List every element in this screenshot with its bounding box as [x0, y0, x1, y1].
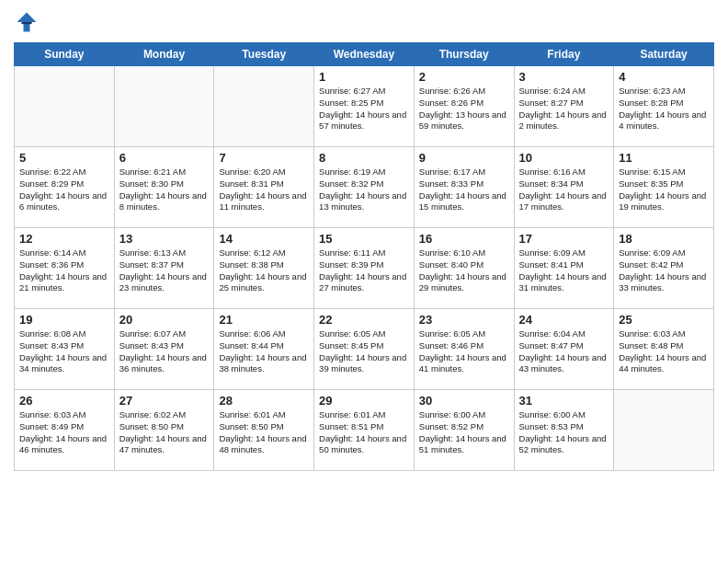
day-number: 31	[519, 394, 609, 408]
day-number: 25	[619, 313, 709, 327]
day-cell: 5Sunrise: 6:22 AM Sunset: 8:29 PM Daylig…	[15, 147, 115, 228]
day-info: Sunrise: 6:03 AM Sunset: 8:49 PM Dayligh…	[19, 409, 109, 456]
day-cell	[614, 390, 714, 471]
day-info: Sunrise: 6:01 AM Sunset: 8:50 PM Dayligh…	[219, 409, 309, 456]
day-info: Sunrise: 6:03 AM Sunset: 8:48 PM Dayligh…	[619, 328, 709, 375]
day-cell: 18Sunrise: 6:09 AM Sunset: 8:42 PM Dayli…	[614, 228, 714, 309]
day-info: Sunrise: 6:26 AM Sunset: 8:26 PM Dayligh…	[419, 86, 509, 132]
day-cell: 11Sunrise: 6:15 AM Sunset: 8:35 PM Dayli…	[614, 147, 714, 228]
header-row: SundayMondayTuesdayWednesdayThursdayFrid…	[15, 43, 714, 66]
day-cell	[114, 66, 214, 147]
day-info: Sunrise: 6:07 AM Sunset: 8:43 PM Dayligh…	[119, 328, 210, 375]
day-cell: 16Sunrise: 6:10 AM Sunset: 8:40 PM Dayli…	[414, 228, 514, 309]
col-header-wednesday: Wednesday	[314, 43, 415, 66]
day-cell: 29Sunrise: 6:01 AM Sunset: 8:51 PM Dayli…	[314, 390, 415, 471]
day-cell: 2Sunrise: 6:26 AM Sunset: 8:26 PM Daylig…	[414, 66, 514, 147]
logo-icon	[14, 9, 40, 35]
day-info: Sunrise: 6:22 AM Sunset: 8:29 PM Dayligh…	[19, 167, 109, 213]
day-cell: 17Sunrise: 6:09 AM Sunset: 8:41 PM Dayli…	[514, 228, 614, 309]
week-row-5: 26Sunrise: 6:03 AM Sunset: 8:49 PM Dayli…	[15, 390, 714, 471]
day-number: 14	[219, 232, 309, 246]
day-number: 7	[219, 151, 309, 165]
day-info: Sunrise: 6:05 AM Sunset: 8:45 PM Dayligh…	[319, 328, 409, 375]
week-row-1: 1Sunrise: 6:27 AM Sunset: 8:25 PM Daylig…	[15, 66, 714, 147]
day-info: Sunrise: 6:13 AM Sunset: 8:37 PM Dayligh…	[119, 247, 210, 294]
day-cell: 21Sunrise: 6:06 AM Sunset: 8:44 PM Dayli…	[214, 309, 314, 390]
day-cell: 3Sunrise: 6:24 AM Sunset: 8:27 PM Daylig…	[514, 66, 614, 147]
col-header-monday: Monday	[114, 43, 214, 66]
day-info: Sunrise: 6:23 AM Sunset: 8:28 PM Dayligh…	[619, 86, 709, 132]
day-number: 10	[519, 151, 609, 165]
day-number: 16	[419, 232, 509, 246]
day-info: Sunrise: 6:09 AM Sunset: 8:41 PM Dayligh…	[519, 247, 609, 294]
day-number: 20	[119, 313, 210, 327]
day-cell: 8Sunrise: 6:19 AM Sunset: 8:32 PM Daylig…	[314, 147, 415, 228]
day-info: Sunrise: 6:06 AM Sunset: 8:44 PM Dayligh…	[219, 328, 309, 375]
day-info: Sunrise: 6:00 AM Sunset: 8:53 PM Dayligh…	[519, 409, 609, 456]
day-info: Sunrise: 6:12 AM Sunset: 8:38 PM Dayligh…	[219, 247, 309, 294]
day-number: 18	[619, 232, 709, 246]
day-cell: 14Sunrise: 6:12 AM Sunset: 8:38 PM Dayli…	[214, 228, 314, 309]
day-info: Sunrise: 6:14 AM Sunset: 8:36 PM Dayligh…	[19, 247, 109, 294]
day-number: 11	[619, 151, 709, 165]
day-cell: 4Sunrise: 6:23 AM Sunset: 8:28 PM Daylig…	[614, 66, 714, 147]
day-cell: 30Sunrise: 6:00 AM Sunset: 8:52 PM Dayli…	[414, 390, 514, 471]
day-cell: 22Sunrise: 6:05 AM Sunset: 8:45 PM Dayli…	[314, 309, 415, 390]
day-cell: 27Sunrise: 6:02 AM Sunset: 8:50 PM Dayli…	[114, 390, 214, 471]
col-header-friday: Friday	[514, 43, 614, 66]
day-cell: 9Sunrise: 6:17 AM Sunset: 8:33 PM Daylig…	[414, 147, 514, 228]
day-number: 22	[319, 313, 409, 327]
day-cell: 26Sunrise: 6:03 AM Sunset: 8:49 PM Dayli…	[15, 390, 115, 471]
day-info: Sunrise: 6:11 AM Sunset: 8:39 PM Dayligh…	[319, 247, 409, 294]
day-info: Sunrise: 6:05 AM Sunset: 8:46 PM Dayligh…	[419, 328, 509, 375]
day-number: 2	[419, 70, 509, 84]
day-cell: 31Sunrise: 6:00 AM Sunset: 8:53 PM Dayli…	[514, 390, 614, 471]
col-header-thursday: Thursday	[414, 43, 514, 66]
day-number: 27	[119, 394, 210, 408]
logo	[14, 9, 41, 35]
day-number: 23	[419, 313, 509, 327]
day-cell	[15, 66, 115, 147]
main-container: SundayMondayTuesdayWednesdayThursdayFrid…	[0, 0, 728, 480]
day-info: Sunrise: 6:16 AM Sunset: 8:34 PM Dayligh…	[519, 167, 609, 213]
day-number: 13	[119, 232, 210, 246]
col-header-sunday: Sunday	[15, 43, 115, 66]
day-cell: 15Sunrise: 6:11 AM Sunset: 8:39 PM Dayli…	[314, 228, 415, 309]
day-cell: 25Sunrise: 6:03 AM Sunset: 8:48 PM Dayli…	[614, 309, 714, 390]
day-number: 29	[319, 394, 409, 408]
day-number: 6	[119, 151, 210, 165]
day-info: Sunrise: 6:10 AM Sunset: 8:40 PM Dayligh…	[419, 247, 509, 294]
day-number: 30	[419, 394, 509, 408]
day-cell: 13Sunrise: 6:13 AM Sunset: 8:37 PM Dayli…	[114, 228, 214, 309]
day-cell: 10Sunrise: 6:16 AM Sunset: 8:34 PM Dayli…	[514, 147, 614, 228]
day-info: Sunrise: 6:24 AM Sunset: 8:27 PM Dayligh…	[519, 86, 609, 132]
day-number: 15	[319, 232, 409, 246]
day-cell: 20Sunrise: 6:07 AM Sunset: 8:43 PM Dayli…	[114, 309, 214, 390]
col-header-tuesday: Tuesday	[214, 43, 314, 66]
week-row-2: 5Sunrise: 6:22 AM Sunset: 8:29 PM Daylig…	[15, 147, 714, 228]
day-info: Sunrise: 6:15 AM Sunset: 8:35 PM Dayligh…	[619, 167, 709, 213]
day-number: 8	[319, 151, 409, 165]
day-number: 12	[19, 232, 109, 246]
day-number: 4	[619, 70, 709, 84]
day-number: 1	[319, 70, 409, 84]
day-cell: 23Sunrise: 6:05 AM Sunset: 8:46 PM Dayli…	[414, 309, 514, 390]
day-number: 28	[219, 394, 309, 408]
day-info: Sunrise: 6:08 AM Sunset: 8:43 PM Dayligh…	[19, 328, 109, 375]
day-cell: 28Sunrise: 6:01 AM Sunset: 8:50 PM Dayli…	[214, 390, 314, 471]
day-cell: 6Sunrise: 6:21 AM Sunset: 8:30 PM Daylig…	[114, 147, 214, 228]
day-info: Sunrise: 6:17 AM Sunset: 8:33 PM Dayligh…	[419, 167, 509, 213]
calendar-table: SundayMondayTuesdayWednesdayThursdayFrid…	[14, 42, 714, 471]
day-info: Sunrise: 6:02 AM Sunset: 8:50 PM Dayligh…	[119, 409, 210, 456]
day-cell: 7Sunrise: 6:20 AM Sunset: 8:31 PM Daylig…	[214, 147, 314, 228]
day-number: 19	[19, 313, 109, 327]
day-info: Sunrise: 6:01 AM Sunset: 8:51 PM Dayligh…	[319, 409, 409, 456]
day-cell: 24Sunrise: 6:04 AM Sunset: 8:47 PM Dayli…	[514, 309, 614, 390]
day-number: 24	[519, 313, 609, 327]
day-cell: 1Sunrise: 6:27 AM Sunset: 8:25 PM Daylig…	[314, 66, 415, 147]
day-number: 17	[519, 232, 609, 246]
week-row-3: 12Sunrise: 6:14 AM Sunset: 8:36 PM Dayli…	[15, 228, 714, 309]
day-cell	[214, 66, 314, 147]
header	[14, 9, 714, 35]
day-info: Sunrise: 6:00 AM Sunset: 8:52 PM Dayligh…	[419, 409, 509, 456]
